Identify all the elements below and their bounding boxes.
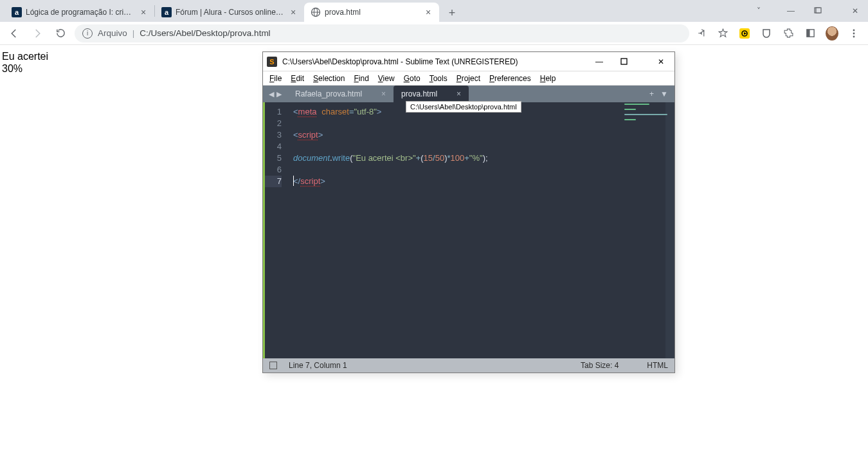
sublime-tabs: ◀ ▶ Rafaela_prova.html × prova.html × + … <box>263 86 674 102</box>
maximize-icon[interactable] <box>814 7 832 15</box>
close-icon[interactable]: ✕ <box>846 6 864 15</box>
sublime-tab-0[interactable]: Rafaela_prova.html × <box>287 86 393 102</box>
line-num: 6 <box>265 164 282 176</box>
sublime-logo-icon: S <box>267 57 277 67</box>
status-cursor-pos[interactable]: Line 7, Column 1 <box>289 361 347 370</box>
line-num: 3 <box>265 129 282 141</box>
tab-history-nav[interactable]: ◀ ▶ <box>263 86 287 102</box>
close-icon[interactable]: × <box>139 8 148 17</box>
menu-selection[interactable]: Selection <box>313 74 345 83</box>
menu-help[interactable]: Help <box>540 74 556 83</box>
address-bar[interactable]: i Arquivo | C:/Users/Abel/Desktop/prova.… <box>75 24 689 42</box>
line-num: 1 <box>265 106 282 118</box>
separator: | <box>132 28 135 38</box>
text-cursor <box>293 176 294 186</box>
browser-toolbar: i Arquivo | C:/Users/Abel/Desktop/prova.… <box>0 22 868 45</box>
code-area[interactable]: <meta charset="utf-8"> <script> document… <box>287 102 620 358</box>
sublime-menubar: File Edit Selection Find View Goto Tools… <box>263 71 674 86</box>
address-path: C:/Users/Abel/Desktop/prova.html <box>140 28 270 38</box>
page-text-line-1: Eu acertei <box>2 50 48 62</box>
menu-project[interactable]: Project <box>457 74 480 83</box>
sublime-titlebar[interactable]: S C:\Users\Abel\Desktop\prova.html - Sub… <box>263 52 674 71</box>
sublime-statusbar: Line 7, Column 1 Tab Size: 4 HTML <box>263 358 674 372</box>
new-tab-icon[interactable]: + <box>649 89 654 98</box>
sublime-title: C:\Users\Abel\Desktop\prova.html - Subli… <box>282 57 584 66</box>
svg-rect-8 <box>806 30 809 37</box>
tab-tooltip: C:\Users\Abel\Desktop\prova.html <box>406 101 521 113</box>
close-icon[interactable]: ✕ <box>651 57 671 66</box>
menu-tools[interactable]: Tools <box>429 74 448 83</box>
reading-list-icon[interactable] <box>804 27 817 40</box>
line-num: 2 <box>265 118 282 129</box>
menu-goto[interactable]: Goto <box>404 74 420 83</box>
star-icon[interactable] <box>716 27 729 40</box>
profile-avatar[interactable] <box>826 27 838 40</box>
tab-title: Fórum | Alura - Cursos online de <box>176 8 285 17</box>
panel-switcher-icon[interactable] <box>269 362 277 369</box>
close-icon[interactable]: × <box>457 89 461 98</box>
extensions-icon[interactable] <box>782 27 795 40</box>
window-controls: ˅ ― ✕ <box>750 0 864 22</box>
browser-tab-1[interactable]: a Fórum | Alura - Cursos online de × <box>155 3 304 22</box>
svg-rect-12 <box>621 59 627 64</box>
kebab-menu-icon[interactable] <box>847 27 860 40</box>
tab-title: prova.html <box>325 8 420 17</box>
browser-tab-0[interactable]: a Lógica de programação I: crie pr × <box>5 3 154 22</box>
line-num: 4 <box>265 141 282 152</box>
menu-preferences[interactable]: Preferences <box>489 74 531 83</box>
address-scheme: Arquivo <box>98 28 127 38</box>
menu-view[interactable]: View <box>378 74 395 83</box>
toolbar-icons <box>694 27 863 40</box>
svg-point-9 <box>853 29 855 31</box>
menu-file[interactable]: File <box>269 74 282 83</box>
menu-find[interactable]: Find <box>354 74 368 83</box>
browser-tab-2[interactable]: prova.html × <box>304 3 439 22</box>
extension-yellow-icon[interactable] <box>738 27 751 40</box>
info-icon[interactable]: i <box>82 28 93 39</box>
ublock-icon[interactable] <box>760 27 773 40</box>
back-button[interactable] <box>5 24 23 42</box>
sublime-window-controls: ― ✕ <box>590 57 671 66</box>
status-tabsize[interactable]: Tab Size: 4 <box>581 361 619 370</box>
reload-button[interactable] <box>51 24 69 42</box>
alura-favicon: a <box>12 7 22 17</box>
svg-point-10 <box>853 32 855 34</box>
close-icon[interactable]: × <box>289 8 298 17</box>
chevron-down-icon[interactable]: ˅ <box>750 6 768 15</box>
line-number-gutter[interactable]: 1 2 3 4 5 6 7 <box>265 102 287 358</box>
sublime-tab-title: prova.html <box>401 89 437 98</box>
minimize-icon[interactable]: ― <box>782 6 800 15</box>
line-num: 7 <box>265 176 282 187</box>
browser-tabstrip: a Lógica de programação I: crie pr × a F… <box>0 0 868 22</box>
line-num: 5 <box>265 152 282 164</box>
page-body: Eu acertei 30% <box>2 50 48 75</box>
tab-title: Lógica de programação I: crie pr <box>26 8 135 17</box>
sublime-tab-title: Rafaela_prova.html <box>295 89 362 98</box>
globe-icon <box>311 7 321 17</box>
tabs-dropdown-icon[interactable]: ▼ <box>660 89 668 98</box>
svg-point-11 <box>853 35 855 37</box>
minimap[interactable] <box>620 102 665 358</box>
close-icon[interactable]: × <box>381 89 386 98</box>
close-icon[interactable]: × <box>424 8 433 17</box>
page-text-line-2: 30% <box>2 62 48 75</box>
status-syntax[interactable]: HTML <box>647 361 668 370</box>
maximize-icon[interactable] <box>620 58 640 65</box>
sublime-tab-1[interactable]: prova.html × <box>393 86 469 102</box>
menu-edit[interactable]: Edit <box>291 74 304 83</box>
new-tab-button[interactable]: + <box>443 4 461 22</box>
share-icon[interactable] <box>694 27 707 40</box>
minimize-icon[interactable]: ― <box>590 57 609 66</box>
sublime-editor: 1 2 3 4 5 6 7 <meta charset="utf-8"> <sc… <box>263 102 674 358</box>
scrollbar[interactable] <box>665 102 674 358</box>
alura-favicon: a <box>161 7 172 17</box>
forward-button[interactable] <box>28 24 46 42</box>
sublime-window: S C:\Users\Abel\Desktop\prova.html - Sub… <box>262 51 675 373</box>
svg-rect-4 <box>816 8 821 13</box>
